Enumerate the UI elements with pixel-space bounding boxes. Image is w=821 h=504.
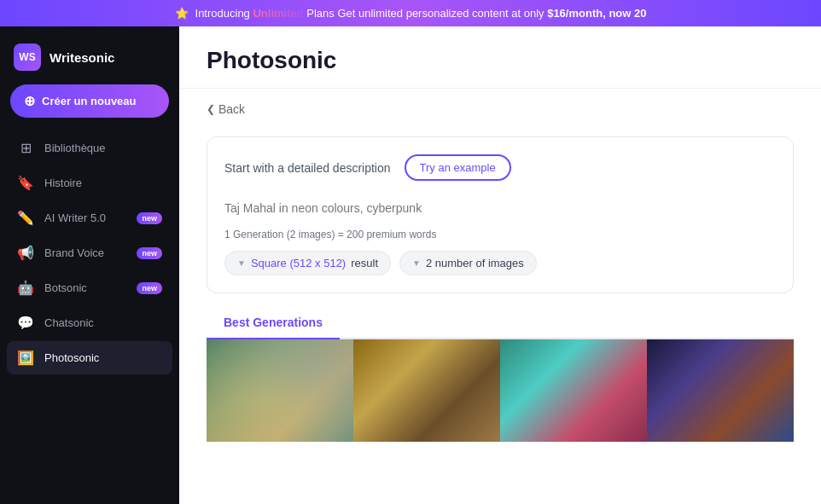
images-option-label: 2 number of images <box>426 257 524 269</box>
gallery-image-2 <box>353 339 500 442</box>
sidebar-item-label: Bibliothèque <box>44 142 162 154</box>
sidebar-item-ai-writer[interactable]: ✏️ AI Writer 5.0 new <box>7 201 172 235</box>
sidebar-item-label: Histoire <box>44 177 162 189</box>
create-button-label: Créer un nouveau <box>42 95 137 107</box>
content-area: Start with a detailed description Try an… <box>179 123 821 455</box>
banner-star: ⭐ <box>175 7 189 20</box>
sidebar-item-photosonic[interactable]: 🖼️ Photosonic <box>7 341 172 374</box>
sidebar-nav: ⊞ Bibliothèque 🔖 Histoire ✏️ AI Writer 5… <box>0 131 179 494</box>
chevron-down-icon: ▼ <box>412 258 421 268</box>
gallery-image-4 <box>647 339 794 442</box>
banner-suffix: Get unlimited personalized content at on… <box>335 7 547 20</box>
sidebar-item-label: AI Writer 5.0 <box>44 211 126 224</box>
banner-text: Introducing Unlimited Plans Get unlimite… <box>195 7 647 20</box>
sidebar-item-label: Brand Voice <box>44 246 126 259</box>
banner-price: $16/month, now 20 <box>547 7 646 20</box>
sidebar: WS Writesonic ⊕ Créer un nouveau ⊞ Bibli… <box>0 26 179 504</box>
create-new-button[interactable]: ⊕ Créer un nouveau <box>10 84 169 118</box>
chevron-left-icon: ❮ <box>207 103 215 115</box>
word-count-text: 1 Generation (2 images) = 200 premium wo… <box>224 229 776 240</box>
description-box: Start with a detailed description Try an… <box>207 136 794 293</box>
grid-icon: ⊞ <box>17 140 34 156</box>
plus-icon: ⊕ <box>24 93 35 109</box>
sidebar-item-botsonic[interactable]: 🤖 Botsonic new <box>7 271 172 304</box>
try-example-button[interactable]: Try an example <box>405 154 511 181</box>
page-header: Photosonic <box>179 26 821 89</box>
new-badge: new <box>137 282 162 294</box>
logo-icon: WS <box>14 43 41 71</box>
size-option-link[interactable]: Square (512 x 512) <box>251 257 346 269</box>
banner-prefix: Introducing <box>195 7 253 20</box>
chat-icon: 💬 <box>17 315 34 331</box>
robot-icon: 🤖 <box>17 280 34 296</box>
banner-unlimited: Unlimited <box>253 7 303 20</box>
sidebar-item-chatsonic[interactable]: 💬 Chatsonic <box>7 306 172 339</box>
gallery-image-3 <box>500 339 647 442</box>
top-banner: ⭐ Introducing Unlimited Plans Get unlimi… <box>0 0 821 26</box>
back-nav[interactable]: ❮ Back <box>179 89 821 123</box>
images-option-button[interactable]: ▼ 2 number of images <box>399 251 537 275</box>
bookmark-icon: 🔖 <box>17 175 34 191</box>
sidebar-item-bibliotheque[interactable]: ⊞ Bibliothèque <box>7 131 172 165</box>
sidebar-item-label: Photosonic <box>44 351 162 364</box>
back-label: Back <box>218 102 245 116</box>
sidebar-item-brand-voice[interactable]: 📢 Brand Voice new <box>7 236 172 269</box>
chevron-down-icon: ▼ <box>237 258 246 268</box>
tab-best-generations[interactable]: Best Generations <box>207 307 340 339</box>
image-gallery <box>207 339 794 442</box>
gallery-image-1 <box>207 339 353 442</box>
image-icon: 🖼️ <box>17 350 34 366</box>
page-title: Photosonic <box>207 47 794 74</box>
logo-text: Writesonic <box>49 50 114 65</box>
sidebar-item-label: Chatsonic <box>44 316 162 329</box>
sidebar-logo: WS Writesonic <box>0 37 179 84</box>
main-content: Photosonic ❮ Back Start with a detailed … <box>179 26 821 504</box>
new-badge: new <box>137 247 162 259</box>
size-option-button[interactable]: ▼ Square (512 x 512) result <box>224 251 391 275</box>
new-badge: new <box>137 212 162 224</box>
megaphone-icon: 📢 <box>17 245 34 261</box>
size-option-suffix: result <box>351 257 378 269</box>
options-row: ▼ Square (512 x 512) result ▼ 2 number o… <box>224 251 776 275</box>
description-label: Start with a detailed description <box>224 161 391 175</box>
sidebar-item-histoire[interactable]: 🔖 Histoire <box>7 166 172 200</box>
tabs-bar: Best Generations <box>207 307 794 339</box>
description-header: Start with a detailed description Try an… <box>224 154 776 181</box>
tabs-section: Best Generations <box>207 307 794 442</box>
banner-middle: Plans <box>304 7 335 20</box>
edit-icon: ✏️ <box>17 210 34 226</box>
sidebar-item-label: Botsonic <box>44 281 126 294</box>
description-input[interactable] <box>224 194 776 222</box>
